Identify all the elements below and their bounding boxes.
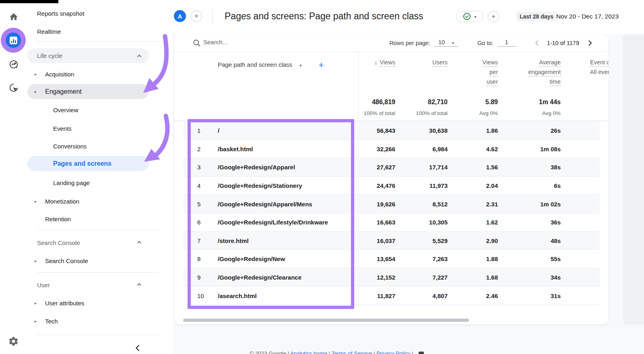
add-dimension-icon[interactable]: + [319,60,324,70]
row-avg-engagement-time: 34s [551,274,561,281]
row-avg-engagement-time: 36s [551,219,561,226]
copyright: © 2023 Google [250,350,286,354]
next-page-icon[interactable] [588,40,592,46]
row-rank: 8 [197,255,200,262]
sidebar-item-engagement[interactable]: ▾ Engagement [27,84,149,99]
section-life-cycle[interactable]: Life cycle [27,48,149,63]
column-header[interactable]: Viewsperuser [483,58,498,86]
total-subtext: 100% of total [416,110,448,116]
section-search-console[interactable]: Search Console [37,239,80,246]
sidebar-item-tech[interactable]: ▸ Tech [45,318,58,325]
row-page-path[interactable]: /Google+Redesign/Apparel [218,164,295,171]
header-divider [212,9,213,24]
rows-per-page-select[interactable]: 10 ▾ [434,39,458,47]
column-header[interactable]: Users [432,58,448,67]
column-header[interactable]: Event countAll events [590,58,609,77]
row-users: 10,305 [429,219,448,226]
explore-icon[interactable] [0,59,27,70]
chevron-up-icon[interactable] [137,283,142,286]
column-header[interactable]: Averageengagementtime [528,58,561,86]
sidebar-item-label: Search Console [45,257,88,264]
caret-right-icon: ▸ [35,301,37,305]
row-page-path[interactable]: /Google+Redesign/New [218,255,285,262]
column-header-label: Average [539,59,561,67]
sidebar-divider [37,272,159,273]
sidebar-divider [37,230,159,230]
row-page-path[interactable]: /Google+Redesign/Clearance [218,274,301,281]
row-views: 12,152 [377,274,395,281]
sidebar-item-retention[interactable]: Retention [45,216,71,222]
row-page-path[interactable]: /basket.html [218,145,253,152]
table-row: 4/Google+Redesign/Stationery24,47611,973… [184,177,600,195]
row-rank: 5 [197,200,200,207]
row-views: 32,266 [377,145,395,152]
row-page-path[interactable]: /Google+Redesign/Apparel/Mens [218,200,312,207]
sidebar-item-landing-page[interactable]: Landing page [53,179,90,186]
reports-icon[interactable] [6,33,21,48]
row-avg-engagement-time: 1m 08s [540,145,561,152]
header-divider-line [174,121,609,121]
toolbar-divider [174,51,609,52]
sidebar-item-monetization[interactable]: ▸ Monetization [45,198,79,205]
row-avg-engagement-time: 1m 02s [540,200,561,207]
total-subtext: 100% of total [363,110,395,116]
sidebar-item-label: Pages and screens [53,160,111,167]
home-icon[interactable] [0,12,27,22]
chevron-up-icon[interactable] [137,241,142,244]
add-report-icon[interactable]: + [488,11,499,22]
sidebar-item-user-attributes[interactable]: ▸ User attributes [45,300,85,307]
avatar[interactable]: A [174,10,186,22]
table-rows: 1/56,84330,6381.8626s2/basket.html32,266… [184,121,600,305]
sidebar-item-realtime[interactable]: Realtime [37,28,61,35]
row-avg-engagement-time: 6s [554,182,561,189]
total-value: 486,819 [372,99,395,106]
previous-page-icon[interactable] [535,40,539,46]
column-header[interactable]: ↓Views [374,58,395,67]
admin-gear-icon[interactable] [0,336,27,347]
goto-label: Go to: [477,40,493,46]
footer-link-privacy[interactable]: Privacy Policy [376,350,410,354]
column-subheader[interactable]: All events [590,69,609,75]
horizontal-scrollbar[interactable] [183,319,469,322]
row-page-path[interactable]: /Google+Redesign/Lifestyle/Drinkware [218,219,328,226]
screenshot-edge-artifact [0,0,58,3]
feedback-flag-icon[interactable] [419,352,424,354]
row-page-path[interactable]: / [218,127,219,134]
sidebar-item-overview[interactable]: Overview [53,107,78,113]
annotation-highlight-ring [1,28,26,53]
table-row: 6/Google+Redesign/Lifestyle/Drinkware16,… [184,213,600,232]
total-value: 82,710 [428,99,448,106]
sidebar-item-reports-snapshot[interactable]: Reports snapshot [37,10,85,17]
sidebar-item-conversions[interactable]: Conversions [53,143,87,150]
row-page-path[interactable]: /Google+Redesign/Stationery [218,182,302,189]
sidebar-item-pages-and-screens[interactable]: Pages and screens [27,156,149,171]
collapse-sidebar-icon[interactable] [135,344,140,352]
sidebar-item-acquisition[interactable]: ▸ Acquisition [45,71,74,78]
chevron-up-icon[interactable] [137,54,142,58]
date-range-preset[interactable]: Last 28 days [516,12,557,21]
section-user[interactable]: User [37,282,50,288]
row-users: 5,529 [432,237,448,244]
footer-link-terms[interactable]: Terms of Service [332,350,372,354]
date-range[interactable]: Nov 20 - Dec 17, 2023 [556,12,619,21]
sidebar-item-events[interactable]: Events [53,125,72,132]
total-value: 5.89 [485,99,498,106]
row-rank: 7 [197,237,200,244]
row-users: 4,807 [432,292,448,299]
column-header-label: engagement [528,69,561,76]
advertising-icon[interactable] [0,82,27,93]
dimension-header[interactable]: Page path and screen class ▾ + [218,60,324,70]
search-input[interactable]: Search... [203,39,227,45]
footer-link-analytics-home[interactable]: Analytics home [290,350,327,354]
add-comparison-icon[interactable]: + [191,10,202,22]
sidebar-divider [37,335,159,335]
row-users: 30,638 [429,127,448,134]
row-page-path[interactable]: /store.html [218,237,249,244]
goto-input[interactable]: 1 [497,39,516,47]
sidebar-item-search-console[interactable]: ▸ Search Console [45,257,88,264]
table-row: 3/Google+Redesign/Apparel27,62717,7141.5… [184,158,600,177]
report-status-button[interactable]: ▾ [456,11,483,22]
row-views: 13,654 [377,255,395,262]
sidebar-item-label: Tech [45,318,58,325]
row-page-path[interactable]: /asearch.html [218,292,257,299]
